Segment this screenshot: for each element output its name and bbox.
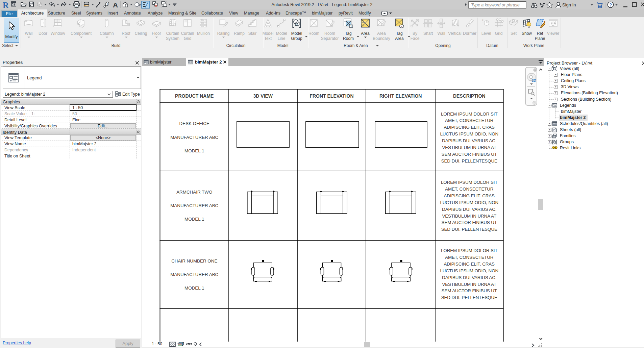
svg-text:CHAIR NUMBER ONE: CHAIR NUMBER ONE [171, 258, 217, 264]
svg-text:RIGHT ELEVATION: RIGHT ELEVATION [379, 93, 422, 99]
svg-text:SEM AUCTOR FINIBUS UT: SEM AUCTOR FINIBUS UT [442, 152, 497, 157]
svg-text:VESTIBULUM IN URNA AT: VESTIBULUM IN URNA AT [442, 145, 496, 150]
svg-text:ADIPISCING ELIT. CRAS: ADIPISCING ELIT. CRAS [444, 193, 495, 198]
svg-text:SED DUI. PELLENTESQUE: SED DUI. PELLENTESQUE [441, 227, 497, 232]
svg-text:VESTIBULUM IN URNA AT: VESTIBULUM IN URNA AT [442, 214, 496, 219]
svg-text:LOREM IPSUM DOLOR SIT: LOREM IPSUM DOLOR SIT [441, 248, 498, 253]
svg-text:AMET, CONSECTETUR: AMET, CONSECTETUR [445, 118, 494, 123]
svg-text:Sign In: Sign In [562, 2, 576, 7]
svg-text:DAPIBUS DUI VARIUS AC.: DAPIBUS DUI VARIUS AC. [442, 207, 496, 212]
svg-text:AMET, CONSECTETUR: AMET, CONSECTETUR [445, 187, 494, 192]
svg-text:Type a keyword or phrase: Type a keyword or phrase [471, 3, 520, 7]
svg-text:LOREM IPSUM DOLOR SIT: LOREM IPSUM DOLOR SIT [441, 111, 498, 117]
svg-text:DESK OFFICE: DESK OFFICE [179, 121, 209, 126]
svg-text:2D: 2D [532, 78, 537, 82]
svg-text:MODEL 1: MODEL 1 [184, 285, 204, 291]
svg-text:MANUFACTURER ABC: MANUFACTURER ABC [170, 272, 218, 277]
svg-text:SED DUI. PELLENTESQUE: SED DUI. PELLENTESQUE [441, 295, 497, 300]
svg-text:A: A [113, 1, 118, 9]
svg-text:DESCRIPTION: DESCRIPTION [453, 93, 486, 99]
svg-text:MANUFACTURER ABC: MANUFACTURER ABC [170, 135, 218, 140]
svg-text:ADIPISCING ELIT. CRAS: ADIPISCING ELIT. CRAS [444, 262, 495, 267]
svg-text:Autodesk Revit 2019.2 - LV.rvt: Autodesk Revit 2019.2 - LV.rvt - Legend:… [272, 2, 373, 7]
svg-text:DAPIBUS DUI VARIUS AC.: DAPIBUS DUI VARIUS AC. [442, 138, 496, 143]
svg-text:1: 1 [106, 3, 108, 6]
svg-text:1: 1 [350, 25, 352, 27]
svg-text:VESTIBULUM IN URNA AT: VESTIBULUM IN URNA AT [442, 282, 496, 287]
svg-text:LUCTUS IPSUM ODIO, NON: LUCTUS IPSUM ODIO, NON [440, 200, 498, 205]
svg-text:?: ? [609, 2, 612, 7]
svg-text:DAPIBUS DUI VARIUS AC.: DAPIBUS DUI VARIUS AC. [442, 275, 496, 280]
svg-text:MODEL 1: MODEL 1 [184, 148, 204, 153]
svg-text:3D VIEW: 3D VIEW [253, 93, 273, 99]
svg-text:MODEL 1: MODEL 1 [184, 217, 204, 222]
svg-text:LUCTUS IPSUM ODIO, NON: LUCTUS IPSUM ODIO, NON [440, 268, 498, 273]
svg-text:PRODUCT NAME: PRODUCT NAME [175, 93, 214, 99]
svg-text:ARMCHAIR TWO: ARMCHAIR TWO [176, 190, 212, 195]
svg-text:FRONT ELEVATION: FRONT ELEVATION [309, 93, 353, 99]
svg-text:R: R [3, 1, 9, 9]
svg-text:LOREM IPSUM DOLOR SIT: LOREM IPSUM DOLOR SIT [441, 180, 498, 185]
svg-text:SED DUI. PELLENTESQUE: SED DUI. PELLENTESQUE [441, 158, 497, 164]
svg-text:ADIPISCING ELIT. CRAS: ADIPISCING ELIT. CRAS [444, 125, 495, 130]
svg-text:LUCTUS IPSUM ODIO, NON: LUCTUS IPSUM ODIO, NON [440, 131, 498, 136]
svg-text:SEM AUCTOR FINIBUS UT: SEM AUCTOR FINIBUS UT [442, 220, 497, 225]
svg-text:AMET, CONSECTETUR: AMET, CONSECTETUR [445, 255, 494, 260]
svg-text:MANUFACTURER ABC: MANUFACTURER ABC [170, 203, 218, 208]
svg-text:SEM AUCTOR FINIBUS UT: SEM AUCTOR FINIBUS UT [442, 288, 497, 293]
